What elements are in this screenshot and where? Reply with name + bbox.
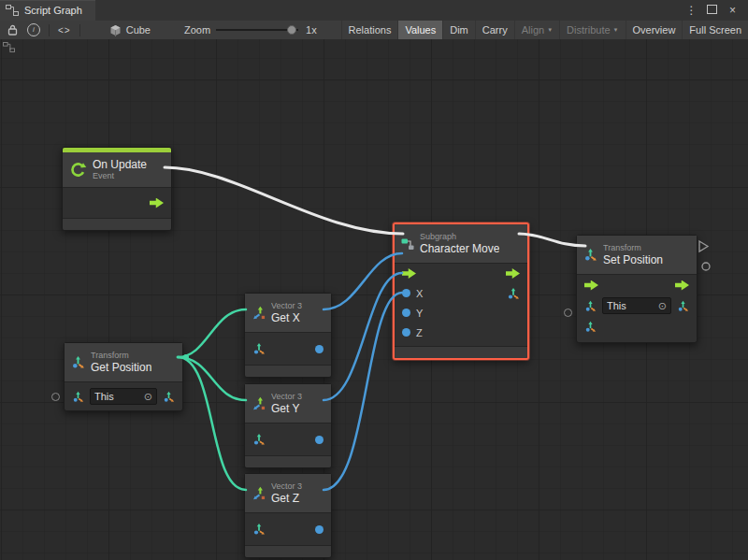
chevron-down-icon: ▼ <box>613 27 619 33</box>
node-character-move[interactable]: Subgraph Character Move X <box>393 223 529 360</box>
node-set-position[interactable]: Transform Set Position This ⊙ <box>576 235 698 343</box>
wire-junction-dot <box>183 354 189 360</box>
node-title: On Update <box>93 158 147 171</box>
flow-output-port[interactable] <box>150 198 164 208</box>
graph-canvas[interactable]: On Update Event Subgraph Character Move <box>0 39 748 560</box>
vector-output-port-icon[interactable] <box>677 300 689 312</box>
zoom-value: 1x <box>306 24 317 36</box>
transform-icon <box>583 248 597 262</box>
relations-button[interactable]: Relations <box>341 21 398 39</box>
fullscreen-button[interactable]: Full Screen <box>682 21 748 39</box>
node-footer <box>395 346 527 358</box>
breadcrumb-graph-icon <box>3 42 15 52</box>
values-button[interactable]: Values <box>397 21 442 39</box>
node-get-position[interactable]: Transform Get Position This ⊙ <box>64 342 183 411</box>
node-get-x[interactable]: Vector 3 Get X <box>244 293 332 378</box>
toolbar: i <> Cube Zoom 1x Relations Values Dim C… <box>0 21 748 40</box>
subgraph-icon <box>401 237 414 251</box>
vector-input-port-icon[interactable] <box>252 433 266 446</box>
value-input-port-y[interactable] <box>402 309 410 317</box>
node-on-update[interactable]: On Update Event <box>62 147 172 231</box>
target-value: This <box>607 300 626 311</box>
target-object-field[interactable]: This ⊙ <box>90 388 157 405</box>
inspect-button[interactable]: i <box>22 21 45 39</box>
close-icon[interactable]: × <box>726 0 740 21</box>
wire-value-getx-to-x[interactable] <box>324 253 402 309</box>
flow-input-port[interactable] <box>402 268 416 279</box>
target-value: This <box>94 391 114 402</box>
flow-output-port[interactable] <box>675 280 689 291</box>
wire-value-gety-to-y[interactable] <box>324 273 402 400</box>
node-category: Vector 3 <box>271 301 302 311</box>
lock-button[interactable] <box>0 21 22 39</box>
transform-icon <box>71 355 85 369</box>
script-graph-window: Script Graph ⋮ × i <> Cube Zoom 1x <box>0 0 748 560</box>
value-output-port[interactable] <box>315 345 324 353</box>
vector-input-port-icon[interactable] <box>584 321 597 333</box>
wire-flow-onupdate-to-charactermove[interactable] <box>165 167 403 234</box>
port-label: X <box>416 288 423 299</box>
node-category: Transform <box>603 243 663 253</box>
zoom-slider-handle[interactable] <box>287 25 296 35</box>
vector-output-port-icon[interactable] <box>507 287 520 300</box>
transform-port-icon[interactable] <box>584 300 597 312</box>
node-header: Transform Set Position <box>577 236 697 275</box>
tab-script-graph[interactable]: Script Graph <box>0 0 95 21</box>
target-object[interactable]: Cube <box>105 21 155 39</box>
node-footer <box>63 218 171 230</box>
object-picker-icon[interactable]: ⊙ <box>144 392 152 402</box>
wire-value-getposition-to-gety[interactable] <box>178 357 246 400</box>
zoom-label: Zoom <box>184 24 210 36</box>
wire-value-getz-to-z[interactable] <box>324 293 402 490</box>
vector3-icon <box>252 486 266 500</box>
transform-port-icon[interactable] <box>72 391 84 403</box>
node-get-y[interactable]: Vector 3 Get Y <box>244 383 332 468</box>
vector-input-port-icon[interactable] <box>252 342 266 355</box>
node-category: Transform <box>91 351 151 361</box>
target-input-port[interactable] <box>564 309 572 317</box>
flow-port-indicator[interactable] <box>699 241 708 251</box>
value-output-port[interactable] <box>315 436 324 444</box>
cube-icon <box>109 24 122 36</box>
vector3-icon <box>252 396 266 410</box>
target-input-port[interactable] <box>51 393 60 401</box>
flow-output-port[interactable] <box>506 268 520 279</box>
value-output-port[interactable] <box>315 525 324 534</box>
node-header: On Update Event <box>63 152 171 188</box>
menu-icon[interactable]: ⋮ <box>684 0 698 21</box>
wire-value-getposition-to-getx[interactable] <box>178 309 246 357</box>
zoom-slider[interactable] <box>216 29 298 31</box>
port-label: Y <box>416 308 423 319</box>
carry-button[interactable]: Carry <box>475 21 514 39</box>
tab-title: Script Graph <box>24 5 82 16</box>
distribute-button[interactable]: Distribute▼ <box>559 21 625 39</box>
chevron-down-icon: ▼ <box>547 27 553 33</box>
node-get-z[interactable]: Vector 3 Get Z <box>244 473 332 558</box>
graph-icon <box>6 5 19 16</box>
vector-input-port-icon[interactable] <box>252 523 266 536</box>
node-category: Vector 3 <box>271 392 302 402</box>
node-header: Vector 3 Get Z <box>245 474 331 513</box>
object-picker-icon[interactable]: ⊙ <box>658 301 667 311</box>
target-object-field[interactable]: This ⊙ <box>602 297 671 314</box>
wire-value-getposition-to-getz[interactable] <box>178 357 246 490</box>
info-icon: i <box>27 23 40 36</box>
value-input-port-z[interactable] <box>402 328 410 337</box>
node-header: Transform Get Position <box>65 343 182 382</box>
value-port-indicator[interactable] <box>702 263 710 270</box>
maximize-icon[interactable] <box>705 0 719 21</box>
toolbar-buttons: Relations Values Dim Carry Align▼ Distri… <box>341 21 748 39</box>
value-input-port-x[interactable] <box>402 289 410 297</box>
overview-button[interactable]: Overview <box>626 21 683 39</box>
edit-source-button[interactable]: <> <box>53 21 76 39</box>
node-header: Vector 3 Get X <box>245 294 331 333</box>
node-title: Character Move <box>420 242 499 255</box>
node-footer <box>245 365 331 377</box>
node-category: Subgraph <box>420 232 499 242</box>
code-icon: <> <box>58 25 71 36</box>
align-button[interactable]: Align▼ <box>514 21 559 39</box>
toolbar-separator <box>49 24 50 36</box>
flow-input-port[interactable] <box>584 280 598 291</box>
vector-output-port-icon[interactable] <box>163 391 175 403</box>
dim-button[interactable]: Dim <box>442 21 475 39</box>
